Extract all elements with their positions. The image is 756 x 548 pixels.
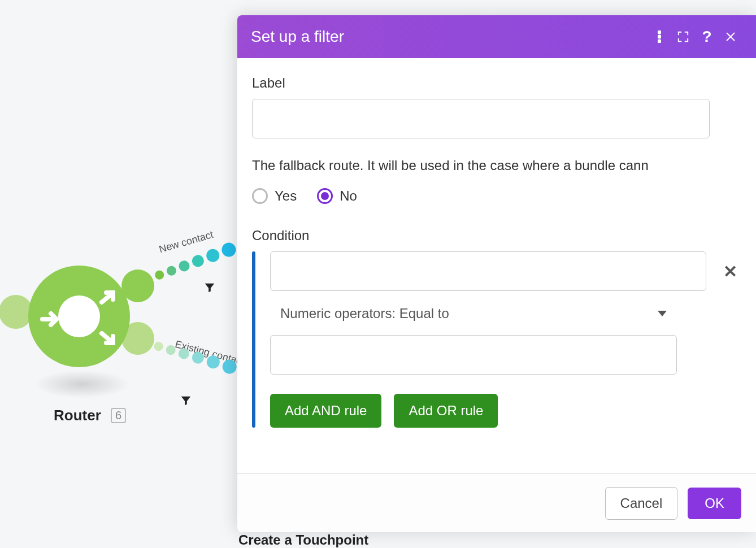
router-shadow [34,370,130,398]
fallback-no-label: No [340,188,357,204]
svg-point-5 [658,40,661,43]
router-inner-circle [58,295,100,337]
modal-footer: Cancel OK [237,473,756,532]
filter-setup-modal: Set up a filter ? Label The fallback rou… [237,15,756,532]
radio-indicator [317,188,333,204]
remove-condition-icon[interactable]: ✕ [719,262,741,281]
cancel-button[interactable]: Cancel [605,487,678,520]
operator-text: Numeric operators: Equal to [280,306,449,321]
condition-block: ✕ Numeric operators: Equal to Add AND ru… [252,251,741,428]
condition-heading: Condition [252,228,741,243]
svg-point-4 [658,36,661,38]
expand-icon[interactable] [671,25,695,49]
filter-icon[interactable] [177,394,194,411]
close-icon[interactable] [719,25,742,49]
svg-point-3 [658,31,661,34]
ok-button[interactable]: OK [688,488,741,519]
router-label: Router 6 [54,407,126,424]
chevron-down-icon [658,311,667,316]
fallback-radio-group: Yes No [252,188,741,204]
modal-header: Set up a filter ? [237,15,756,58]
create-touchpoint-label: Create a Touchpoint [238,532,368,548]
router-badge: 6 [111,408,126,423]
help-icon[interactable]: ? [695,25,719,49]
router-label-text: Router [54,407,101,424]
condition-field-b-input[interactable] [270,335,677,375]
label-input[interactable] [252,99,710,138]
condition-operator-select[interactable]: Numeric operators: Equal to [270,298,677,329]
router-node[interactable]: Router 6 [0,237,147,429]
label-field-heading: Label [252,75,741,91]
modal-body: Label The fallback route. It will be use… [237,58,756,473]
fallback-description: The fallback route. It will be used in t… [252,158,741,173]
svg-line-1 [102,294,112,302]
add-and-rule-button[interactable]: Add AND rule [270,394,381,428]
condition-accent-bar [252,251,255,428]
modal-title: Set up a filter [251,28,648,46]
add-or-rule-button[interactable]: Add OR rule [394,394,498,428]
radio-indicator [252,188,268,204]
svg-line-2 [102,333,112,342]
more-options-icon[interactable] [648,25,671,49]
fallback-no-option[interactable]: No [317,188,357,204]
fallback-yes-label: Yes [275,188,297,204]
filter-icon[interactable] [201,281,218,298]
fallback-yes-option[interactable]: Yes [252,188,297,204]
condition-field-a-input[interactable] [270,251,706,291]
